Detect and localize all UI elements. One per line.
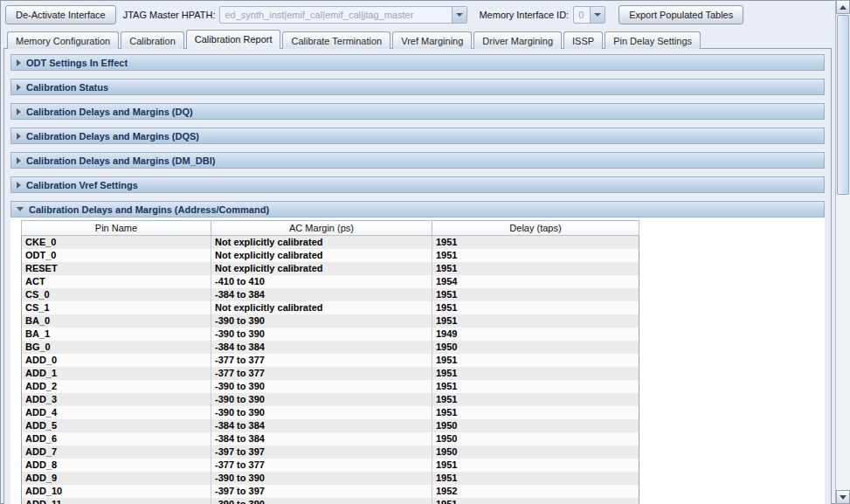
- table-row[interactable]: ACT-410 to 4101954: [22, 275, 639, 288]
- table-row[interactable]: ADD_1-377 to 3771951: [22, 367, 639, 380]
- memory-interface-id-combobox[interactable]: 0: [573, 6, 605, 24]
- table-row[interactable]: BA_1-390 to 3901949: [22, 328, 639, 341]
- col-header-pin-name[interactable]: Pin Name: [22, 221, 211, 236]
- scroll-up-button[interactable]: [836, 0, 850, 14]
- section-header-calibration-delays-and-margins-dq[interactable]: Calibration Delays and Margins (DQ): [10, 103, 825, 120]
- section-header-calibration-status[interactable]: Calibration Status: [10, 79, 825, 95]
- table-row[interactable]: ADD_11-390 to 3901951: [22, 498, 639, 504]
- scrollbar-thumb[interactable]: [837, 15, 849, 195]
- tab-label: Driver Margining: [482, 36, 553, 46]
- table-row[interactable]: CS_0-384 to 3841951: [22, 288, 639, 301]
- table-row[interactable]: RESETNot explicitly calibrated1951: [22, 262, 639, 275]
- delay-cell: 1952: [432, 485, 639, 498]
- section-header-calibration-vref-settings[interactable]: Calibration Vref Settings: [10, 176, 825, 193]
- delay-cell: 1951: [432, 459, 639, 472]
- pin-name-cell: ADD_3: [22, 393, 211, 406]
- table-row[interactable]: CS_1Not explicitly calibrated1951: [22, 301, 639, 314]
- toolbar: De-Activate Interface JTAG Master HPATH:…: [3, 1, 832, 29]
- ac-margin-cell: -390 to 390: [211, 328, 432, 341]
- scroll-down-button[interactable]: [836, 490, 850, 504]
- tab-label: Calibration Report: [195, 34, 273, 45]
- scrollbar-track[interactable]: [836, 14, 850, 490]
- table-row[interactable]: BG_0-384 to 3841950: [22, 341, 639, 354]
- delay-cell: 1950: [432, 419, 639, 432]
- tab-calibration[interactable]: Calibration: [121, 31, 184, 49]
- table-row[interactable]: ADD_8-377 to 3771951: [22, 459, 639, 472]
- table-row[interactable]: ADD_9-390 to 3901951: [22, 472, 639, 485]
- delay-cell: 1951: [432, 393, 639, 406]
- pin-name-cell: ADD_4: [22, 406, 211, 419]
- chevron-down-icon: [594, 13, 601, 17]
- ac-margin-cell: Not explicitly calibrated: [211, 249, 432, 262]
- section-header-calibration-delays-and-margins-dm-dbi[interactable]: Calibration Delays and Margins (DM_DBI): [10, 152, 825, 169]
- tab-calibrate-termination[interactable]: Calibrate Termination: [282, 31, 390, 49]
- delay-cell: 1951: [432, 301, 639, 314]
- ac-margins-table: Pin Name AC Margin (ps) Delay (taps) CKE…: [21, 220, 639, 504]
- table-row[interactable]: ODT_0Not explicitly calibrated1951: [22, 249, 639, 262]
- table-row[interactable]: ADD_5-384 to 3841950: [22, 419, 639, 432]
- delay-cell: 1951: [432, 354, 639, 367]
- pin-name-cell: ACT: [22, 275, 211, 288]
- table-row[interactable]: ADD_0-377 to 3771951: [22, 354, 639, 367]
- col-header-delay[interactable]: Delay (taps): [432, 221, 639, 236]
- ac-margin-cell: -390 to 390: [211, 393, 432, 406]
- section-title: Calibration Delays and Margins (DQS): [26, 131, 199, 142]
- delay-cell: 1951: [432, 406, 639, 419]
- deactivate-interface-button[interactable]: De-Activate Interface: [5, 5, 116, 24]
- delay-cell: 1951: [432, 262, 639, 275]
- table-row[interactable]: CKE_0Not explicitly calibrated1951: [22, 236, 639, 250]
- pin-name-cell: ADD_8: [22, 459, 211, 472]
- delay-cell: 1950: [432, 341, 639, 354]
- export-populated-tables-button[interactable]: Export Populated Tables: [618, 5, 743, 24]
- tab-driver-margining[interactable]: Driver Margining: [473, 31, 562, 49]
- chevron-down-icon: [456, 13, 463, 17]
- tab-label: Calibrate Termination: [291, 36, 382, 46]
- table-row[interactable]: ADD_7-397 to 3971950: [22, 445, 639, 459]
- tab-memory-configuration[interactable]: Memory Configuration: [7, 31, 119, 49]
- ac-margin-cell: -390 to 390: [211, 314, 432, 328]
- pin-name-cell: RESET: [22, 262, 211, 275]
- section-title: Calibration Delays and Margins (DM_DBI): [26, 155, 215, 166]
- tab-vref-margining[interactable]: Vref Margining: [392, 31, 472, 49]
- expand-triangle-icon: [17, 59, 21, 66]
- table-row[interactable]: ADD_6-384 to 3841950: [22, 432, 639, 445]
- tab-label: Memory Configuration: [16, 36, 110, 46]
- pin-name-cell: ADD_10: [22, 485, 211, 498]
- tab-issp[interactable]: ISSP: [563, 31, 603, 49]
- section-header-calibration-delays-and-margins-dqs[interactable]: Calibration Delays and Margins (DQS): [10, 128, 825, 144]
- table-body: CKE_0Not explicitly calibrated1951ODT_0N…: [22, 236, 639, 504]
- pin-name-cell: ADD_1: [22, 367, 211, 380]
- jtag-hpath-value: ed_synth_inst|emif_cal|emif_cal|jtag_mas…: [220, 7, 452, 23]
- delay-cell: 1951: [432, 236, 639, 250]
- ac-margin-cell: -390 to 390: [211, 406, 432, 419]
- table-row[interactable]: BA_0-390 to 3901951: [22, 314, 639, 328]
- calibration-report-panel: ODT Settings In EffectCalibration Status…: [3, 48, 832, 504]
- ac-margin-cell: -377 to 377: [211, 367, 432, 380]
- table-row[interactable]: ADD_3-390 to 3901951: [22, 393, 639, 406]
- ac-margin-cell: -384 to 384: [211, 419, 432, 432]
- tab-calibration-report[interactable]: Calibration Report: [186, 30, 281, 49]
- ac-margin-cell: -390 to 390: [211, 380, 432, 393]
- ac-margin-cell: -390 to 390: [211, 498, 432, 504]
- pin-name-cell: ADD_6: [22, 432, 211, 445]
- section-header-odt-settings-in-effect[interactable]: ODT Settings In Effect: [10, 54, 825, 71]
- tab-bar: Memory ConfigurationCalibrationCalibrati…: [3, 29, 832, 49]
- jtag-dropdown-button[interactable]: [452, 7, 466, 23]
- table-row[interactable]: ADD_4-390 to 3901951: [22, 406, 639, 419]
- tab-pin-delay-settings[interactable]: Pin Delay Settings: [605, 31, 701, 49]
- section-title: Calibration Delays and Margins (DQ): [26, 107, 193, 117]
- jtag-hpath-combobox[interactable]: ed_synth_inst|emif_cal|emif_cal|jtag_mas…: [219, 6, 467, 24]
- vertical-scrollbar[interactable]: [835, 0, 850, 504]
- section-header-calibration-delays-and-margins-address-command[interactable]: Calibration Delays and Margins (Address/…: [10, 201, 825, 217]
- pin-name-cell: BA_0: [22, 314, 211, 328]
- table-row[interactable]: ADD_2-390 to 3901951: [22, 380, 639, 393]
- col-header-ac-margin[interactable]: AC Margin (ps): [211, 221, 432, 236]
- ac-margin-cell: -384 to 384: [211, 341, 432, 354]
- table-row[interactable]: ADD_10-397 to 3971952: [22, 485, 639, 498]
- tab-label: ISSP: [572, 36, 594, 46]
- delay-cell: 1951: [432, 380, 639, 393]
- memory-id-dropdown-button[interactable]: [590, 7, 605, 23]
- ac-margin-cell: Not explicitly calibrated: [211, 262, 432, 275]
- memory-interface-id-value: 0: [574, 7, 590, 23]
- pin-name-cell: ADD_5: [22, 419, 211, 432]
